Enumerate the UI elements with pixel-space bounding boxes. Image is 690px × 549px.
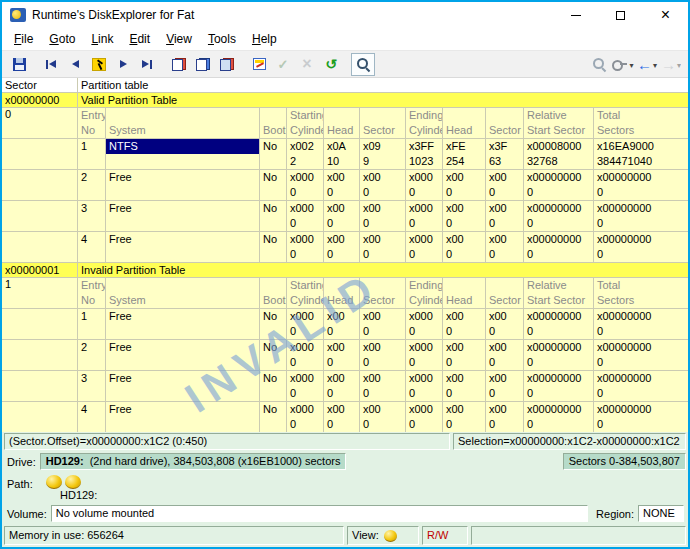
close-button[interactable] bbox=[643, 2, 688, 28]
key-button[interactable] bbox=[611, 53, 635, 76]
start-cylinder-cell[interactable]: x0000 bbox=[287, 402, 324, 432]
entry-no-cell[interactable]: 3 bbox=[78, 201, 106, 232]
start-sector-cell[interactable]: x000 bbox=[360, 371, 406, 402]
end-sector-cell[interactable]: x000 bbox=[486, 232, 524, 263]
total-sectors-cell[interactable]: x000000000 bbox=[594, 170, 688, 201]
start-sector-cell[interactable]: x000 bbox=[360, 232, 406, 263]
save-button[interactable] bbox=[7, 53, 31, 76]
total-sectors-cell[interactable]: x000000000 bbox=[594, 309, 688, 340]
menu-file[interactable]: File bbox=[6, 29, 41, 49]
copy-to-file-button[interactable] bbox=[191, 53, 215, 76]
start-sector-cell[interactable]: x000 bbox=[360, 201, 406, 232]
boot-cell[interactable]: No bbox=[260, 139, 287, 170]
system-cell[interactable]: Free bbox=[106, 340, 260, 371]
start-cylinder-cell[interactable]: x0022 bbox=[287, 139, 324, 170]
start-head-cell[interactable]: x000 bbox=[324, 340, 360, 371]
start-cylinder-cell[interactable]: x0000 bbox=[287, 232, 324, 263]
end-cylinder-cell[interactable]: x0000 bbox=[406, 170, 443, 201]
start-cylinder-cell[interactable]: x0000 bbox=[287, 170, 324, 201]
start-head-cell[interactable]: x000 bbox=[324, 309, 360, 340]
start-sector-cell[interactable]: x099 bbox=[360, 139, 406, 170]
end-head-cell[interactable]: x000 bbox=[443, 201, 486, 232]
copy-button[interactable] bbox=[167, 53, 191, 76]
total-sectors-cell[interactable]: x000000000 bbox=[594, 201, 688, 232]
boot-cell[interactable]: No bbox=[260, 309, 287, 340]
end-sector-cell[interactable]: x000 bbox=[486, 371, 524, 402]
end-head-cell[interactable]: x000 bbox=[443, 340, 486, 371]
relative-start-sector-cell[interactable]: x000000000 bbox=[524, 340, 594, 371]
entry-no-cell[interactable]: 3 bbox=[78, 371, 106, 402]
end-head-cell[interactable]: x000 bbox=[443, 309, 486, 340]
start-sector-cell[interactable]: x000 bbox=[360, 170, 406, 201]
relative-start-sector-cell[interactable]: x0000800032768 bbox=[524, 139, 594, 170]
menu-link[interactable]: Link bbox=[83, 29, 121, 49]
total-sectors-cell[interactable]: x000000000 bbox=[594, 402, 688, 432]
start-head-cell[interactable]: x000 bbox=[324, 402, 360, 432]
dropdown-icon[interactable] bbox=[653, 58, 657, 70]
path-node[interactable]: HD129: bbox=[60, 489, 97, 501]
menu-edit[interactable]: Edit bbox=[121, 29, 158, 49]
section-title[interactable]: Invalid Partition Table bbox=[78, 263, 688, 278]
relative-start-sector-cell[interactable]: x000000000 bbox=[524, 371, 594, 402]
entry-no-cell[interactable]: 1 bbox=[78, 309, 106, 340]
end-head-cell[interactable]: x000 bbox=[443, 402, 486, 432]
end-head-cell[interactable]: x000 bbox=[443, 170, 486, 201]
entry-no-cell[interactable]: 4 bbox=[78, 232, 106, 263]
start-cylinder-cell[interactable]: x0000 bbox=[287, 201, 324, 232]
start-head-cell[interactable]: x000 bbox=[324, 232, 360, 263]
entry-no-cell[interactable]: 1 bbox=[78, 139, 106, 170]
start-head-cell[interactable]: x000 bbox=[324, 371, 360, 402]
end-cylinder-cell[interactable]: x0000 bbox=[406, 340, 443, 371]
system-cell[interactable]: Free bbox=[106, 402, 260, 432]
end-cylinder-cell[interactable]: x0000 bbox=[406, 201, 443, 232]
total-sectors-cell[interactable]: x16EA9000384471040 bbox=[594, 139, 688, 170]
start-head-cell[interactable]: x0A10 bbox=[324, 139, 360, 170]
preview-button[interactable] bbox=[351, 53, 375, 76]
menu-help[interactable]: Help bbox=[244, 29, 285, 49]
menu-goto[interactable]: Goto bbox=[41, 29, 83, 49]
section-title[interactable]: Valid Partition Table bbox=[78, 93, 688, 108]
start-cylinder-cell[interactable]: x0000 bbox=[287, 309, 324, 340]
end-cylinder-cell[interactable]: x0000 bbox=[406, 309, 443, 340]
relative-start-sector-cell[interactable]: x000000000 bbox=[524, 170, 594, 201]
menu-view[interactable]: View bbox=[158, 29, 200, 49]
entry-no-cell[interactable]: 2 bbox=[78, 340, 106, 371]
end-head-cell[interactable]: x000 bbox=[443, 232, 486, 263]
first-sector-button[interactable] bbox=[39, 53, 63, 76]
back-button[interactable] bbox=[635, 53, 659, 76]
end-head-cell[interactable]: xFE254 bbox=[443, 139, 486, 170]
boot-cell[interactable]: No bbox=[260, 170, 287, 201]
end-sector-cell[interactable]: x000 bbox=[486, 309, 524, 340]
end-sector-cell[interactable]: x000 bbox=[486, 340, 524, 371]
drive-icon[interactable] bbox=[65, 475, 81, 489]
end-cylinder-cell[interactable]: x3FF1023 bbox=[406, 139, 443, 170]
end-cylinder-cell[interactable]: x0000 bbox=[406, 371, 443, 402]
end-cylinder-cell[interactable]: x0000 bbox=[406, 232, 443, 263]
start-cylinder-cell[interactable]: x0000 bbox=[287, 340, 324, 371]
boot-cell[interactable]: No bbox=[260, 371, 287, 402]
system-cell[interactable]: Free bbox=[106, 170, 260, 201]
system-cell[interactable]: Free bbox=[106, 201, 260, 232]
relative-start-sector-cell[interactable]: x000000000 bbox=[524, 309, 594, 340]
end-cylinder-cell[interactable]: x0000 bbox=[406, 402, 443, 432]
start-sector-cell[interactable]: x000 bbox=[360, 402, 406, 432]
edit-button[interactable] bbox=[247, 53, 271, 76]
relative-start-sector-cell[interactable]: x000000000 bbox=[524, 201, 594, 232]
section-sector-address[interactable]: x00000000 bbox=[2, 93, 78, 108]
start-cylinder-cell[interactable]: x0000 bbox=[287, 371, 324, 402]
entry-no-cell[interactable]: 4 bbox=[78, 402, 106, 432]
end-sector-cell[interactable]: x3F63 bbox=[486, 139, 524, 170]
end-sector-cell[interactable]: x000 bbox=[486, 170, 524, 201]
start-head-cell[interactable]: x000 bbox=[324, 201, 360, 232]
end-sector-cell[interactable]: x000 bbox=[486, 201, 524, 232]
next-sector-button[interactable] bbox=[111, 53, 135, 76]
system-cell[interactable]: Free bbox=[106, 371, 260, 402]
system-cell[interactable]: NTFS bbox=[106, 139, 260, 170]
relative-start-sector-cell[interactable]: x000000000 bbox=[524, 402, 594, 432]
boot-cell[interactable]: No bbox=[260, 201, 287, 232]
start-sector-cell[interactable]: x000 bbox=[360, 309, 406, 340]
system-cell[interactable]: Free bbox=[106, 232, 260, 263]
end-sector-cell[interactable]: x000 bbox=[486, 402, 524, 432]
boot-cell[interactable]: No bbox=[260, 232, 287, 263]
end-head-cell[interactable]: x000 bbox=[443, 371, 486, 402]
